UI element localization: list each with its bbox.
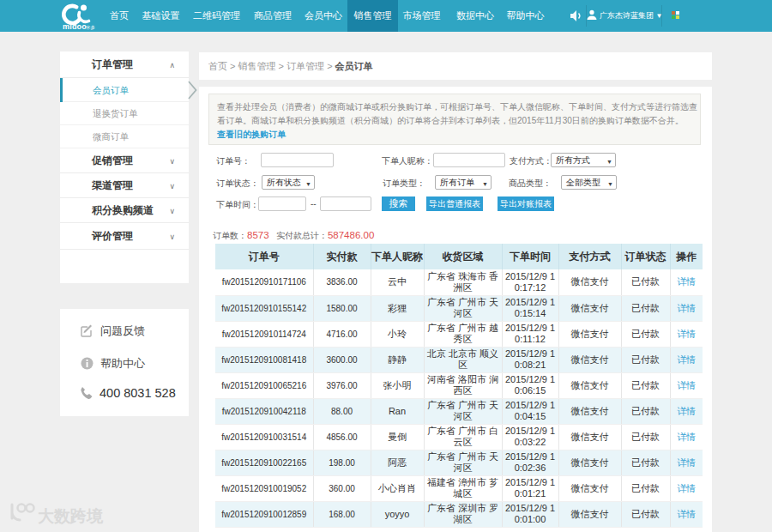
svg-text:midoo: midoo [63,22,87,31]
svg-text:米多: 米多 [86,25,95,30]
svg-text:大数跨境: 大数跨境 [38,507,104,525]
